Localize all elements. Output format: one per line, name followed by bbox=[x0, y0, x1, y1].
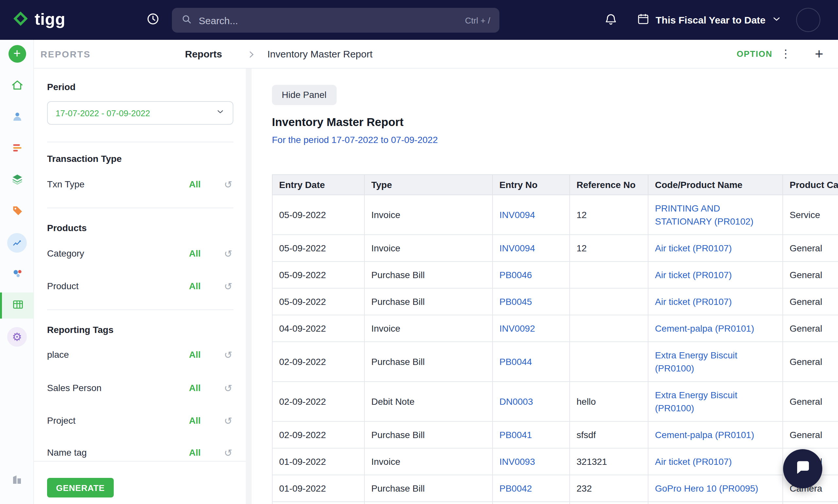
category-cell: General bbox=[783, 288, 838, 315]
add-button[interactable]: + bbox=[0, 40, 34, 67]
product-link[interactable]: Air ticket (PR0107) bbox=[655, 456, 732, 467]
entry-no-cell: DN0003 bbox=[493, 382, 570, 421]
sidebar-item-reports[interactable] bbox=[0, 292, 34, 319]
reference-no-cell bbox=[570, 342, 648, 382]
chevron-down-icon bbox=[216, 107, 225, 119]
sidebar-item-home[interactable] bbox=[0, 73, 34, 99]
overflow-menu-icon[interactable]: ⋮ bbox=[779, 40, 792, 69]
product-link[interactable]: GoPro Hero 10 (PR0095) bbox=[655, 483, 758, 493]
entry-no-link[interactable]: DN0003 bbox=[499, 396, 533, 407]
product-link[interactable]: Cement-palpa (PR0101) bbox=[655, 430, 754, 440]
sidebar-item-customers[interactable] bbox=[0, 261, 34, 287]
sidebar-item-organization[interactable] bbox=[0, 468, 34, 494]
sidebar-item-transactions[interactable] bbox=[0, 136, 34, 162]
column-header-reference-no: Reference No bbox=[570, 175, 648, 195]
table-row: 01-09-2022 Purchase Bill PB0040 PRINTING… bbox=[272, 502, 838, 504]
notifications-button[interactable] bbox=[601, 11, 620, 30]
panel-scrollbar[interactable] bbox=[246, 69, 252, 504]
entry-date-cell: 02-09-2022 bbox=[272, 342, 364, 382]
breadcrumb-current: Inventory Master Report bbox=[267, 40, 373, 69]
sidebar-item-sales[interactable] bbox=[0, 198, 34, 224]
generate-button[interactable]: GENERATE bbox=[47, 478, 114, 498]
product-cell: Cement-palpa (PR0101) bbox=[648, 421, 783, 448]
entry-no-link[interactable]: PB0046 bbox=[499, 270, 532, 280]
reference-no-cell: 12 bbox=[570, 235, 648, 262]
filter-value[interactable]: All bbox=[189, 179, 201, 189]
product-link[interactable]: Extra Energy Biscuit (PR0100) bbox=[655, 350, 737, 374]
reset-icon[interactable]: ↺ bbox=[223, 179, 233, 189]
sidebar-item-contacts[interactable] bbox=[0, 105, 34, 130]
chat-widget-button[interactable] bbox=[783, 449, 822, 488]
filter-value[interactable]: All bbox=[189, 447, 201, 458]
entry-no-link[interactable]: INV0094 bbox=[499, 210, 535, 220]
report-period-line[interactable]: For the period 17-07-2022 to 07-09-2022 bbox=[272, 134, 438, 145]
reset-icon[interactable]: ↺ bbox=[223, 383, 233, 393]
home-icon bbox=[11, 79, 23, 94]
search-input[interactable]: Search... Ctrl + / bbox=[172, 8, 499, 33]
add-report-button[interactable]: + bbox=[811, 40, 827, 69]
reference-no-cell bbox=[570, 262, 648, 288]
sidebar-item-inventory[interactable] bbox=[0, 167, 34, 193]
filter-row-name-tag: Name tag All ↺ bbox=[47, 446, 233, 459]
divider bbox=[47, 309, 233, 310]
table-row: 05-09-2022 Purchase Bill PB0046 Air tick… bbox=[272, 262, 838, 288]
sidebar-item-analytics[interactable] bbox=[0, 230, 34, 256]
breadcrumb-root[interactable]: Reports bbox=[185, 40, 222, 69]
fiscal-range-selector[interactable]: This Fiscal Year to Date bbox=[637, 0, 782, 40]
entry-no-cell: INV0094 bbox=[493, 195, 570, 235]
reset-icon[interactable]: ↺ bbox=[223, 349, 233, 359]
entry-date-cell: 02-09-2022 bbox=[272, 421, 364, 448]
entry-no-link[interactable]: PB0042 bbox=[499, 483, 532, 493]
category-cell: General bbox=[783, 262, 838, 288]
entry-no-link[interactable]: INV0094 bbox=[499, 243, 535, 253]
history-clock-icon bbox=[146, 12, 160, 29]
entry-no-link[interactable]: PB0045 bbox=[499, 296, 532, 307]
table-row: 02-09-2022 Debit Note DN0003 hello Extra… bbox=[272, 382, 838, 421]
history-button[interactable] bbox=[144, 11, 162, 30]
option-button[interactable]: OPTION bbox=[737, 40, 772, 69]
entry-no-link[interactable]: PB0041 bbox=[499, 430, 532, 440]
reset-icon[interactable]: ↺ bbox=[223, 448, 233, 457]
table-row: 02-09-2022 Purchase Bill PB0041 sfsdf Ce… bbox=[272, 421, 838, 448]
plus-icon: + bbox=[8, 45, 26, 62]
column-header-entry-no: Entry No bbox=[493, 175, 570, 195]
entry-no-link[interactable]: INV0092 bbox=[499, 323, 535, 334]
product-link[interactable]: Air ticket (PR0107) bbox=[655, 296, 732, 307]
sidebar-item-settings[interactable]: ⚙ bbox=[0, 324, 34, 350]
table-row: 05-09-2022 Invoice INV0094 12 Air ticket… bbox=[272, 235, 838, 262]
product-link[interactable]: Air ticket (PR0107) bbox=[655, 270, 732, 280]
filter-label: Txn Type bbox=[47, 179, 189, 189]
reset-icon[interactable]: ↺ bbox=[223, 281, 233, 291]
reset-icon[interactable]: ↺ bbox=[223, 248, 233, 258]
reference-no-cell bbox=[570, 288, 648, 315]
section-title-transaction-type: Transaction Type bbox=[47, 154, 233, 164]
entry-no-link[interactable]: PB0044 bbox=[499, 357, 532, 367]
product-link[interactable]: Air ticket (PR0107) bbox=[655, 243, 732, 253]
filter-value[interactable]: All bbox=[189, 281, 201, 291]
column-header-type: Type bbox=[364, 175, 493, 195]
chevron-down-icon bbox=[771, 13, 782, 26]
tigg-logo[interactable]: tigg bbox=[13, 0, 65, 40]
product-link[interactable]: PRINTING AND STATIONARY (PR0102) bbox=[655, 203, 753, 227]
entry-no-cell: INV0092 bbox=[493, 315, 570, 342]
category-cell: General bbox=[783, 342, 838, 382]
reset-icon[interactable]: ↺ bbox=[223, 416, 233, 425]
fiscal-range-label: This Fiscal Year to Date bbox=[656, 14, 766, 25]
user-avatar[interactable] bbox=[797, 8, 820, 31]
product-link[interactable]: Extra Energy Biscuit (PR0100) bbox=[655, 390, 737, 413]
product-cell: Air ticket (PR0107) bbox=[648, 262, 783, 288]
entry-no-cell: INV0093 bbox=[493, 448, 570, 475]
product-cell: PRINTING AND STATIONARY (PR0102) bbox=[648, 502, 783, 504]
product-link[interactable]: Cement-palpa (PR0101) bbox=[655, 323, 754, 334]
table-row: 01-09-2022 Invoice INV0093 321321 Air ti… bbox=[272, 448, 838, 475]
entry-no-link[interactable]: INV0093 bbox=[499, 456, 535, 467]
filter-value[interactable]: All bbox=[189, 248, 201, 258]
filter-value[interactable]: All bbox=[189, 382, 201, 393]
type-cell: Invoice bbox=[364, 448, 493, 475]
filter-label: Product bbox=[47, 281, 189, 291]
filter-value[interactable]: All bbox=[189, 349, 201, 360]
hide-panel-button[interactable]: Hide Panel bbox=[272, 85, 336, 105]
icon-rail: + bbox=[0, 40, 34, 504]
period-select[interactable]: 17-07-2022 - 07-09-2022 bbox=[47, 101, 233, 125]
filter-value[interactable]: All bbox=[189, 415, 201, 426]
